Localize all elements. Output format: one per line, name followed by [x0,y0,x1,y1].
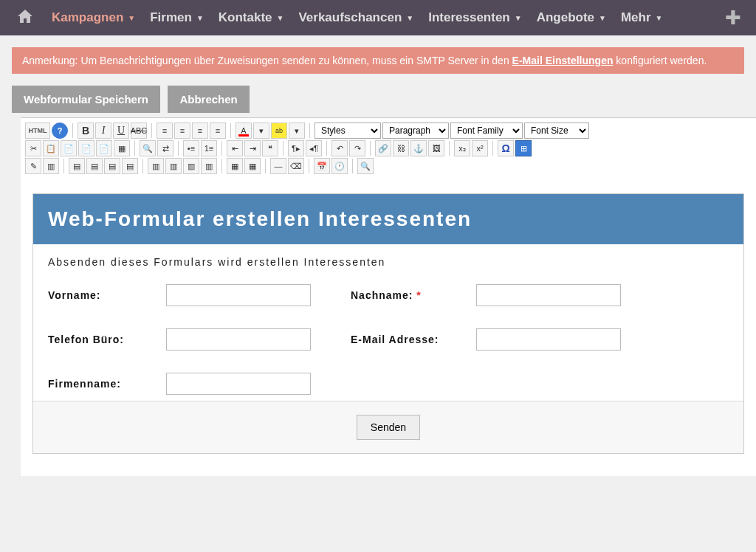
save-button[interactable]: Webformular Speichern [12,86,160,113]
special-char-icon[interactable]: Ω [498,140,514,156]
table-icon[interactable]: ⊞ [515,140,532,156]
align-left-button[interactable]: ≡ [157,123,173,139]
label-nachname: Nachname: * [351,289,476,301]
undo-icon[interactable]: ↶ [331,140,348,156]
input-firmenname[interactable] [166,373,311,395]
toolbar-row-2: ✂ 📋 📄 📄 📄 ▦ 🔍 ⇄ •≡ 1≡ ⇤ ⇥ ❝ ¶▸ ◂¶ ↶ ↷ 🔗 … [25,140,752,156]
form-title: Web-Formular erstellen Interessenten [33,194,743,244]
nav-label: Interessenten [428,10,510,25]
split-cells-icon[interactable]: ▦ [244,158,261,174]
separator [449,141,450,156]
subscript-icon[interactable]: x₂ [454,140,470,156]
font-size-select[interactable]: Font Size [524,123,589,139]
table-col-after-icon[interactable]: ▥ [183,158,199,174]
strikethrough-button[interactable]: ABC [131,123,147,139]
separator [326,141,327,156]
table-col-delete-icon[interactable]: ▥ [201,158,217,174]
email-settings-link[interactable]: E-Mail Einstellungen [512,55,614,66]
table-col-icon[interactable]: ▥ [148,158,164,174]
remove-format-icon[interactable]: ⌫ [288,158,304,174]
align-justify-button[interactable]: ≡ [210,123,226,139]
chevron-down-icon: ▼ [599,14,606,22]
bold-button[interactable]: B [78,123,94,139]
input-email[interactable] [476,328,621,351]
merge-cells-icon[interactable]: ▦ [227,158,243,174]
table-row-delete-icon[interactable]: ▤ [122,158,138,174]
image-icon[interactable]: 🖼 [428,140,444,156]
nav-kampagnen[interactable]: Kampagnen▼ [44,10,142,25]
replace-icon[interactable]: ⇄ [157,140,173,156]
nav-angebote[interactable]: Angebote▼ [529,10,614,25]
input-telefon[interactable] [166,328,311,351]
toolbar-row-3: ✎ ▥ ▤ ▤ ▤ ▤ ▥ ▥ ▥ ▥ ▦ ▦ — ⌫ 📅 🕐 🔍 [25,158,752,174]
nav-kontakte[interactable]: Kontakte▼ [211,10,292,25]
layout-icon[interactable]: ▥ [43,158,59,174]
nav-label: Kampagnen [52,10,123,25]
add-icon[interactable]: ✚ [716,7,750,30]
redo-icon[interactable]: ↷ [349,140,365,156]
help-icon[interactable]: ? [52,123,68,139]
form-grid: Vorname: Nachname: * Telefon Büro: E-Mai… [48,284,729,395]
paste-text-icon[interactable]: 📄 [78,140,94,156]
nav-firmen[interactable]: Firmen▼ [142,10,211,25]
blockquote-icon[interactable]: ❝ [262,140,278,156]
cut-icon[interactable]: ✂ [25,140,41,156]
link-icon[interactable]: 🔗 [375,140,391,156]
date-icon[interactable]: 📅 [314,158,330,174]
chevron-down-icon: ▼ [277,14,284,22]
cancel-button[interactable]: Abbrechen [168,86,249,113]
table-col-before-icon[interactable]: ▥ [165,158,182,174]
webform-preview: Web-Formular erstellen Interessenten Abs… [32,193,744,454]
nav-mehr[interactable]: Mehr▼ [614,10,670,25]
align-center-button[interactable]: ≡ [174,123,190,139]
paste-word-icon[interactable]: 📄 [96,140,112,156]
indent-icon[interactable]: ⇥ [244,140,261,156]
ltr-icon[interactable]: ¶▸ [288,140,304,156]
preview-icon[interactable]: 🔍 [357,158,374,174]
underline-button[interactable]: U [113,123,129,139]
highlight-button[interactable]: ab [271,123,287,139]
styles-select[interactable]: Styles [315,123,381,139]
text-color-button[interactable]: A [236,123,252,139]
home-icon[interactable] [6,10,44,27]
rtl-icon[interactable]: ◂¶ [306,140,322,156]
nav-verkaufschancen[interactable]: Verkaufschancen▼ [291,10,421,25]
outdent-icon[interactable]: ⇤ [227,140,243,156]
table-row-icon[interactable]: ▤ [69,158,85,174]
paste-icon[interactable]: 📄 [61,140,77,156]
label-firmenname: Firmenname: [48,378,166,390]
font-family-select[interactable]: Font Family [450,123,523,139]
chevron-down-icon: ▼ [196,14,204,22]
select-all-icon[interactable]: ▦ [114,140,130,156]
nav-interessenten[interactable]: Interessenten▼ [421,10,529,25]
input-vorname[interactable] [166,284,311,306]
submit-button[interactable]: Senden [357,415,420,440]
text-color-dropdown[interactable]: ▾ [253,123,269,139]
time-icon[interactable]: 🕐 [331,158,348,174]
separator [63,159,64,173]
chevron-down-icon: ▼ [128,14,135,22]
align-right-button[interactable]: ≡ [192,123,208,139]
anchor-icon[interactable]: ⚓ [410,140,427,156]
html-source-button[interactable]: HTML [25,123,50,139]
separator [221,141,222,156]
copy-icon[interactable]: 📋 [43,140,59,156]
italic-button[interactable]: I [95,123,111,139]
highlight-dropdown[interactable]: ▾ [289,123,305,139]
number-list-icon[interactable]: 1≡ [201,140,217,156]
table-row-after-icon[interactable]: ▤ [104,158,120,174]
separator [221,159,222,173]
superscript-icon[interactable]: x² [472,140,488,156]
find-icon[interactable]: 🔍 [140,140,156,156]
unlink-icon[interactable]: ⛓ [393,140,409,156]
form-body: Absenden dieses Formulars wird erstellen… [33,244,743,401]
hr-icon[interactable]: — [270,158,286,174]
paragraph-select[interactable]: Paragraph [382,123,449,139]
separator [134,141,135,156]
chevron-down-icon: ▼ [656,14,663,22]
edit-icon[interactable]: ✎ [25,158,41,174]
bullet-list-icon[interactable]: •≡ [183,140,199,156]
input-nachname[interactable] [476,284,621,306]
table-row-before-icon[interactable]: ▤ [86,158,103,174]
separator [352,159,353,173]
